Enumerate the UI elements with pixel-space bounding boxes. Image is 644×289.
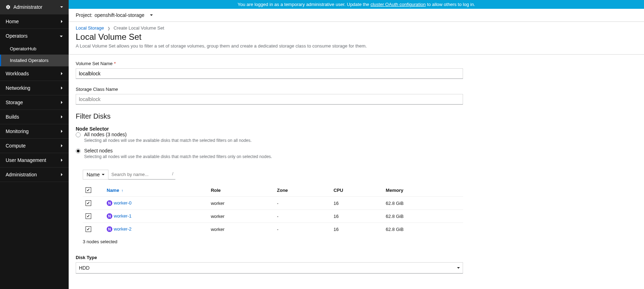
chevron-right-icon <box>60 19 63 24</box>
nav-operatorhub[interactable]: OperatorHub <box>0 43 69 55</box>
radio-select-nodes-label: Select nodes <box>84 148 272 153</box>
page-description: A Local Volume Set allows you to filter … <box>76 43 637 49</box>
cell-cpu: 16 <box>331 210 383 223</box>
disk-type-select[interactable]: HDD <box>76 262 463 274</box>
volume-set-name-label: Volume Set Name* <box>76 61 463 66</box>
filter-disks-heading: Filter Disks <box>76 112 463 120</box>
cell-cpu: 16 <box>331 197 383 210</box>
cell-role: worker <box>208 210 274 223</box>
page-title: Local Volume Set <box>76 32 637 42</box>
node-link[interactable]: worker-0 <box>114 200 132 206</box>
radio-all-nodes-help: Selecting all nodes will use the availab… <box>84 138 252 143</box>
table-row: Nworker-2worker-1662.8 GiB <box>83 223 463 236</box>
row-checkbox[interactable] <box>86 213 91 219</box>
nav-admin-label: Administrator <box>13 4 42 10</box>
storage-class-name-input[interactable] <box>76 94 463 105</box>
login-banner: You are logged in as a temporary adminis… <box>69 0 644 9</box>
project-value: openshift-local-storage <box>94 12 144 18</box>
breadcrumb-parent[interactable]: Local Storage <box>76 25 104 31</box>
row-checkbox[interactable] <box>86 200 91 206</box>
sidebar: Administrator Home Operators OperatorHub… <box>0 0 69 289</box>
node-selector-label: Node Selector <box>76 126 109 132</box>
radio-all-nodes-label: All nodes (3 nodes) <box>84 132 252 137</box>
nav-monitoring[interactable]: Monitoring <box>0 124 69 139</box>
col-name[interactable]: Name↑ <box>104 184 208 197</box>
cell-memory: 62.8 GiB <box>383 197 463 210</box>
node-badge-icon: N <box>107 200 112 206</box>
cell-role: worker <box>208 197 274 210</box>
storage-class-name-label: Storage Class Name <box>76 87 463 92</box>
nav-admin-toggle[interactable]: Administrator <box>0 0 69 14</box>
radio-select-nodes-help: Selecting all nodes will use the availab… <box>84 154 272 159</box>
col-zone: Zone <box>274 184 331 197</box>
nav-home[interactable]: Home <box>0 14 69 29</box>
nav-networking[interactable]: Networking <box>0 81 69 95</box>
chevron-right-icon <box>60 128 63 134</box>
cell-zone: - <box>274 197 331 210</box>
caret-down-icon <box>150 14 153 16</box>
chevron-right-icon <box>60 114 63 120</box>
table-row: Nworker-0worker-1662.8 GiB <box>83 197 463 210</box>
caret-down-icon <box>60 6 63 8</box>
project-label: Project: <box>76 12 92 18</box>
cell-memory: 62.8 GiB <box>383 210 463 223</box>
chevron-right-icon: ❯ <box>107 26 110 30</box>
col-role: Role <box>208 184 274 197</box>
chevron-right-icon <box>60 71 63 76</box>
radio-all-nodes[interactable] <box>76 132 81 137</box>
node-search-input[interactable] <box>108 170 175 180</box>
chevron-right-icon <box>60 157 63 163</box>
cell-role: worker <box>208 223 274 236</box>
radio-select-nodes[interactable] <box>76 149 81 153</box>
nav-operators[interactable]: Operators <box>0 29 69 43</box>
nav-storage[interactable]: Storage <box>0 95 69 110</box>
nav-installed-operators[interactable]: Installed Operators <box>0 55 69 66</box>
col-cpu: CPU <box>331 184 383 197</box>
chevron-down-icon <box>60 33 63 39</box>
cell-zone: - <box>274 223 331 236</box>
col-memory: Memory <box>383 184 463 197</box>
nav-user-management[interactable]: User Management <box>0 153 69 168</box>
cell-zone: - <box>274 210 331 223</box>
node-badge-icon: N <box>107 213 112 219</box>
node-link[interactable]: worker-1 <box>114 213 132 219</box>
nav-builds[interactable]: Builds <box>0 110 69 124</box>
breadcrumb: Local Storage ❯ Create Local Volume Set <box>69 22 644 31</box>
nav-workloads[interactable]: Workloads <box>0 67 69 81</box>
disk-type-label: Disk Type <box>76 255 463 260</box>
chevron-right-icon <box>60 172 63 177</box>
sort-asc-icon: ↑ <box>121 188 123 193</box>
breadcrumb-current: Create Local Volume Set <box>113 25 164 31</box>
table-row: Nworker-1worker-1662.8 GiB <box>83 210 463 223</box>
nav-compute[interactable]: Compute <box>0 139 69 153</box>
banner-oauth-link[interactable]: cluster OAuth configuration <box>370 2 426 7</box>
nav-administration[interactable]: Administration <box>0 168 69 182</box>
chevron-right-icon <box>60 143 63 149</box>
project-selector[interactable]: Project: openshift-local-storage <box>69 9 644 22</box>
cell-cpu: 16 <box>331 223 383 236</box>
caret-down-icon <box>102 174 105 175</box>
caret-down-icon <box>457 267 460 269</box>
row-checkbox[interactable] <box>86 226 91 232</box>
node-badge-icon: N <box>107 226 112 232</box>
select-all-checkbox[interactable] <box>86 187 91 193</box>
chevron-right-icon <box>60 85 63 91</box>
node-link[interactable]: worker-2 <box>114 226 132 232</box>
search-slash-hint: / <box>172 171 174 176</box>
chevron-right-icon <box>60 100 63 105</box>
filter-type-dropdown[interactable]: Name <box>83 170 108 180</box>
cell-memory: 62.8 GiB <box>383 223 463 236</box>
nodes-selected-count: 3 nodes selected <box>83 239 463 244</box>
volume-set-name-input[interactable] <box>76 68 463 79</box>
nodes-table: Name↑ Role Zone CPU Memory Nworker-0work… <box>83 184 463 235</box>
gear-icon <box>6 5 11 10</box>
